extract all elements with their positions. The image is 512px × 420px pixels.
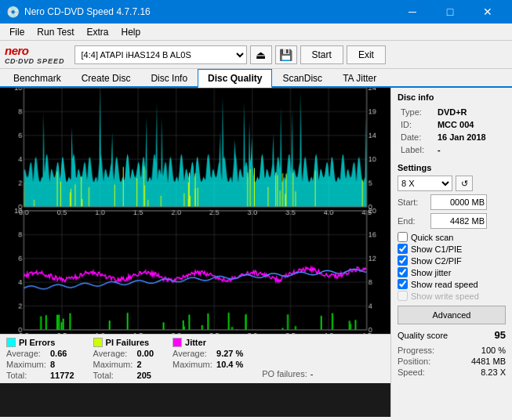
nero-logo-bottom: CD·DVD SPEED xyxy=(5,57,65,65)
tab-ta-jitter[interactable]: TA Jitter xyxy=(332,69,387,88)
maximize-button[interactable]: □ xyxy=(432,0,468,24)
quick-scan-row: Quick scan xyxy=(398,232,506,242)
disc-id-label: ID: xyxy=(399,119,434,130)
close-button[interactable]: ✕ xyxy=(470,0,506,24)
end-label: End: xyxy=(398,216,427,226)
exit-button[interactable]: Exit xyxy=(347,45,386,64)
disc-date-row: Date: 16 Jan 2018 xyxy=(399,132,504,143)
disc-info-table: Type: DVD+R ID: MCC 004 Date: 16 Jan 201… xyxy=(398,105,506,157)
jitter-title: Jitter xyxy=(185,338,206,347)
show-write-label: Show write speed xyxy=(411,291,479,301)
speed-selector[interactable]: 8 X 4 X 6 X 12 X 16 X xyxy=(398,176,452,191)
show-c1-label: Show C1/PIE xyxy=(411,244,462,254)
po-failures-label: PO failures: xyxy=(262,369,307,378)
show-c1-checkbox[interactable] xyxy=(398,244,408,254)
minimize-button[interactable]: ─ xyxy=(394,0,430,24)
position-label: Position: xyxy=(398,357,430,366)
jitter-color-box xyxy=(172,338,182,347)
advanced-button[interactable]: Advanced xyxy=(398,306,506,324)
po-failures-value: - xyxy=(310,369,314,378)
speed-row: Speed: 8.23 X xyxy=(398,368,506,377)
jitter-avg-label: Average: xyxy=(172,349,213,358)
end-mb-row: End: xyxy=(398,213,506,229)
pif-avg-value: 0.00 xyxy=(137,349,154,358)
start-mb-input[interactable] xyxy=(430,194,487,210)
pi-max-value: 8 xyxy=(50,360,55,369)
start-mb-row: Start: xyxy=(398,194,506,210)
show-c1-row: Show C1/PIE xyxy=(398,244,506,254)
show-c2-row: Show C2/PIF xyxy=(398,255,506,266)
show-read-label: Show read speed xyxy=(411,280,478,289)
show-read-row: Show read speed xyxy=(398,279,506,289)
pi-failures-color-box xyxy=(93,338,103,347)
jitter-max-label: Maximum: xyxy=(172,360,213,369)
quick-scan-checkbox[interactable] xyxy=(398,232,408,242)
tab-disc-info[interactable]: Disc Info xyxy=(140,69,198,88)
show-c2-checkbox[interactable] xyxy=(398,255,408,266)
pif-max-label: Maximum: xyxy=(93,360,134,369)
settings-section: Settings 8 X 4 X 6 X 12 X 16 X ↺ Start: … xyxy=(398,163,506,324)
show-c2-label: Show C2/PIF xyxy=(411,256,462,266)
main-content: PI Errors Average: 0.66 Maximum: 8 Total… xyxy=(0,88,512,417)
disc-info-title: Disc info xyxy=(398,92,506,102)
progress-value: 100 % xyxy=(481,346,506,355)
menu-run-test[interactable]: Run Test xyxy=(31,25,80,39)
disc-type-value: DVD+R xyxy=(436,107,504,118)
pi-avg-label: Average: xyxy=(6,349,47,358)
pi-failures-legend: PI Failures Average: 0.00 Maximum: 2 Tot… xyxy=(93,338,154,380)
quality-score-row: Quality score 95 xyxy=(398,329,506,341)
show-jitter-row: Show jitter xyxy=(398,267,506,277)
pi-errors-legend: PI Errors Average: 0.66 Maximum: 8 Total… xyxy=(6,338,74,380)
pi-total-label: Total: xyxy=(6,371,47,380)
tab-disc-quality[interactable]: Disc Quality xyxy=(198,69,272,88)
position-row: Position: 4481 MB xyxy=(398,357,506,366)
speed-label: Speed: xyxy=(398,368,425,377)
eject-icon-button[interactable]: ⏏ xyxy=(250,45,272,64)
legend-area: PI Errors Average: 0.66 Maximum: 8 Total… xyxy=(0,334,390,383)
tab-benchmark[interactable]: Benchmark xyxy=(3,69,71,88)
pif-total-value: 205 xyxy=(137,371,151,380)
jitter-max-value: 10.4 % xyxy=(216,360,243,369)
settings-title: Settings xyxy=(398,163,506,172)
start-button[interactable]: Start xyxy=(300,45,343,64)
show-read-checkbox[interactable] xyxy=(398,279,408,289)
show-write-row: Show write speed xyxy=(398,291,506,301)
jitter-avg-value: 9.27 % xyxy=(216,349,243,358)
title-bar-left: 💿 Nero CD-DVD Speed 4.7.7.16 xyxy=(6,5,151,18)
menu-help[interactable]: Help xyxy=(115,25,147,39)
quick-scan-label: Quick scan xyxy=(411,233,453,242)
tab-scan-disc[interactable]: ScanDisc xyxy=(272,69,332,88)
disc-id-value: MCC 004 xyxy=(436,119,504,130)
disc-type-label: Type: xyxy=(399,107,434,118)
nero-logo: nero CD·DVD SPEED xyxy=(5,44,65,65)
menu-extra[interactable]: Extra xyxy=(80,25,114,39)
disc-label-label: Label: xyxy=(399,144,434,155)
disc-label-row: Label: - xyxy=(399,144,504,155)
quality-score-label: Quality score xyxy=(398,331,448,340)
menu-file[interactable]: File xyxy=(3,25,31,39)
save-icon-button[interactable]: 💾 xyxy=(275,45,297,64)
window-title: Nero CD-DVD Speed 4.7.7.16 xyxy=(24,6,151,17)
disc-date-label: Date: xyxy=(399,132,434,143)
nero-logo-top: nero xyxy=(5,44,29,57)
end-mb-input[interactable] xyxy=(430,213,487,229)
pi-failures-title: PI Failures xyxy=(106,338,150,347)
pif-total-label: Total: xyxy=(93,371,134,380)
toolbar: nero CD·DVD SPEED [4:4] ATAPI iHAS124 B … xyxy=(0,41,512,69)
title-bar-controls: ─ □ ✕ xyxy=(394,0,506,24)
speed-value: 8.23 X xyxy=(481,368,506,377)
title-bar: 💿 Nero CD-DVD Speed 4.7.7.16 ─ □ ✕ xyxy=(0,0,512,24)
pi-total-value: 11772 xyxy=(50,371,74,380)
refresh-icon-button[interactable]: ↺ xyxy=(456,176,473,191)
menu-bar: File Run Test Extra Help xyxy=(0,24,512,41)
disc-type-row: Type: DVD+R xyxy=(399,107,504,118)
position-value: 4481 MB xyxy=(471,357,506,366)
drive-selector[interactable]: [4:4] ATAPI iHAS124 B AL0S xyxy=(74,45,247,64)
disc-label-value: - xyxy=(436,144,504,155)
tab-create-disc[interactable]: Create Disc xyxy=(71,69,141,88)
pif-avg-label: Average: xyxy=(93,349,134,358)
show-jitter-checkbox[interactable] xyxy=(398,267,408,277)
tab-bar: Benchmark Create Disc Disc Info Disc Qua… xyxy=(0,69,512,88)
show-write-checkbox xyxy=(398,291,408,301)
pi-avg-value: 0.66 xyxy=(50,349,67,358)
